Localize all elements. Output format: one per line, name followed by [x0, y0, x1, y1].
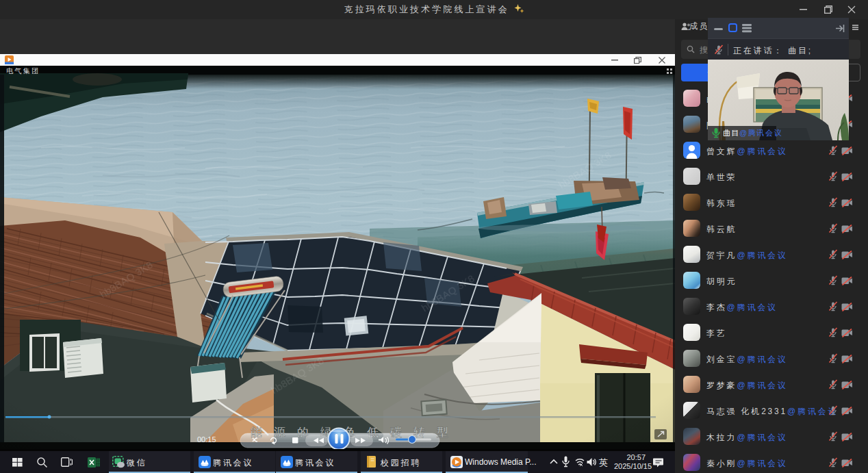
- svg-text:@腾讯会议: @腾讯会议: [739, 129, 782, 137]
- svg-text:电气集团: 电气集团: [6, 67, 40, 75]
- svg-text:00:15: 00:15: [197, 435, 216, 444]
- svg-text:曲目: 曲目: [723, 129, 740, 137]
